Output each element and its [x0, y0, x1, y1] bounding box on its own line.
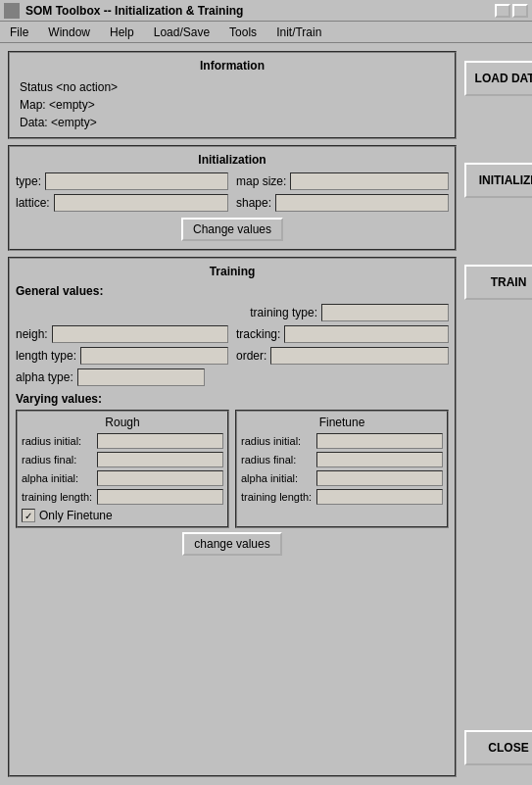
menu-init-train[interactable]: Init/Train: [270, 24, 327, 40]
training-type-row: training type:: [16, 304, 449, 321]
shape-label: shape:: [236, 196, 271, 210]
initialize-button[interactable]: INITIALIZE: [464, 163, 532, 198]
tracking-input[interactable]: [284, 325, 449, 343]
rough-radius-initial-row: radius initial:: [22, 433, 223, 449]
init-change-values-button[interactable]: Change values: [181, 218, 283, 241]
lattice-shape-row: lattice: shape:: [16, 194, 449, 212]
tracking-label: tracking:: [236, 327, 280, 341]
finetune-alpha-initial-row: alpha initial:: [241, 470, 443, 486]
mapsize-input[interactable]: [290, 172, 449, 190]
menu-tools[interactable]: Tools: [223, 24, 263, 40]
menu-bar: File Window Help Load/Save Tools Init/Tr…: [0, 22, 532, 43]
lattice-field: lattice:: [16, 194, 228, 212]
training-type-input[interactable]: [321, 304, 449, 321]
only-finetune-row: ✓ Only Finetune: [22, 509, 223, 522]
rough-training-length-label: training length:: [22, 491, 95, 503]
rough-alpha-initial-input[interactable]: [97, 470, 223, 486]
type-field: type:: [16, 172, 228, 190]
rough-panel: Rough radius initial: radius final: alph…: [16, 410, 229, 528]
rough-training-length-row: training length:: [22, 489, 223, 505]
rough-alpha-initial-label: alpha initial:: [22, 472, 95, 484]
varying-panels: Rough radius initial: radius final: alph…: [16, 410, 449, 528]
finetune-alpha-initial-label: alpha initial:: [241, 472, 314, 484]
mapsize-field: map size:: [236, 172, 449, 190]
order-field: order:: [236, 347, 449, 365]
neigh-label: neigh:: [16, 327, 48, 341]
shape-input[interactable]: [275, 194, 449, 212]
rough-radius-final-row: radius final:: [22, 452, 223, 467]
rough-radius-initial-input[interactable]: [97, 433, 223, 449]
lattice-input[interactable]: [54, 194, 228, 212]
finetune-panel: Finetune radius initial: radius final: a…: [235, 410, 449, 528]
finetune-radius-initial-input[interactable]: [316, 433, 443, 449]
rough-title: Rough: [22, 416, 223, 429]
menu-load-save[interactable]: Load/Save: [148, 24, 216, 40]
left-panel: Information Status <no action> Map: <emp…: [8, 51, 457, 777]
rough-radius-initial-label: radius initial:: [22, 435, 95, 447]
only-finetune-label: Only Finetune: [39, 509, 113, 522]
menu-help[interactable]: Help: [104, 24, 140, 40]
information-title: Information: [16, 59, 449, 73]
rough-radius-final-label: radius final:: [22, 454, 95, 466]
training-title: Training: [16, 265, 449, 278]
alphatype-label: alpha type:: [16, 370, 73, 384]
training-section: Training General values: training type: …: [8, 257, 457, 777]
neigh-input[interactable]: [52, 325, 228, 343]
lengthtype-field: length type:: [16, 347, 228, 365]
main-window: Information Status <no action> Map: <emp…: [0, 43, 532, 785]
train-button[interactable]: TRAIN: [464, 265, 532, 300]
right-panel: LOAD DATA INITIALIZE TRAIN CLOSE: [464, 51, 532, 777]
lengthtype-label: length type:: [16, 349, 76, 363]
app-icon: [4, 3, 20, 19]
menu-window[interactable]: Window: [42, 24, 96, 40]
map-row: Map: <empty>: [16, 96, 449, 114]
data-row: Data: <empty>: [16, 114, 449, 131]
finetune-radius-final-label: radius final:: [241, 454, 314, 466]
information-section: Information Status <no action> Map: <emp…: [8, 51, 457, 139]
finetune-training-length-label: training length:: [241, 491, 314, 503]
finetune-title: Finetune: [241, 416, 443, 429]
rough-training-length-input[interactable]: [97, 489, 223, 505]
finetune-alpha-initial-input[interactable]: [316, 470, 443, 486]
type-input[interactable]: [45, 172, 228, 190]
lattice-label: lattice:: [16, 196, 50, 210]
close-button[interactable]: CLOSE: [464, 730, 532, 765]
maximize-button[interactable]: [512, 4, 528, 18]
training-change-values-button[interactable]: change values: [182, 532, 281, 556]
finetune-radius-initial-row: radius initial:: [241, 433, 443, 449]
initialization-title: Initialization: [16, 153, 449, 167]
order-input[interactable]: [270, 347, 449, 365]
training-type-label: training type:: [250, 306, 317, 319]
rough-alpha-initial-row: alpha initial:: [22, 470, 223, 486]
alphatype-row: alpha type:: [16, 368, 449, 386]
lengthtype-order-row: length type: order:: [16, 347, 449, 365]
varying-values-label: Varying values:: [16, 392, 449, 406]
finetune-radius-final-row: radius final:: [241, 452, 443, 467]
finetune-training-length-row: training length:: [241, 489, 443, 505]
load-data-button[interactable]: LOAD DATA: [464, 61, 532, 96]
general-values-label: General values:: [16, 284, 449, 298]
menu-file[interactable]: File: [4, 24, 34, 40]
type-label: type:: [16, 174, 41, 188]
title-bar-text: SOM Toolbox -- Initialization & Training: [25, 4, 495, 18]
only-finetune-checkbox[interactable]: ✓: [22, 509, 35, 522]
alphatype-input[interactable]: [77, 368, 205, 386]
finetune-radius-initial-label: radius initial:: [241, 435, 314, 447]
minimize-button[interactable]: [495, 4, 510, 18]
order-label: order:: [236, 349, 266, 363]
neigh-tracking-row: neigh: tracking:: [16, 325, 449, 343]
status-row: Status <no action>: [16, 78, 449, 96]
mapsize-label: map size:: [236, 174, 286, 188]
rough-radius-final-input[interactable]: [97, 452, 223, 467]
type-mapsize-row: type: map size:: [16, 172, 449, 190]
neigh-field: neigh:: [16, 325, 228, 343]
tracking-field: tracking:: [236, 325, 449, 343]
lengthtype-input[interactable]: [80, 347, 228, 365]
finetune-training-length-input[interactable]: [316, 489, 443, 505]
shape-field: shape:: [236, 194, 449, 212]
bottom-btn-row: change values: [16, 532, 449, 556]
title-bar-buttons: [495, 4, 528, 18]
finetune-radius-final-input[interactable]: [316, 452, 443, 467]
initialization-section: Initialization type: map size: lattice:: [8, 145, 457, 251]
title-bar: SOM Toolbox -- Initialization & Training: [0, 0, 532, 22]
